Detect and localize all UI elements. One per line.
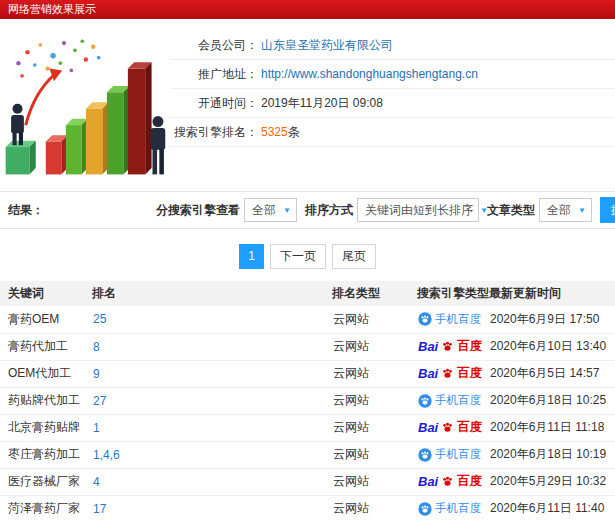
rank-link[interactable]: 1 [93,421,100,435]
rank-type-cell: 云网站 [332,387,417,414]
table-row: 枣庄膏药加工 1,4,6 云网站 手机百度 2020年6月18日 10:19 [0,441,615,468]
baidu-mobile-text: 手机百度 [435,312,481,327]
keyword-cell: 药贴牌代加工 [0,387,92,414]
table-row: 北京膏药贴牌 1 云网站 Bai 百度 2020年6月11日 11:18 [0,414,615,441]
baidu-mobile-icon [418,448,432,462]
baidu-logo: Bai 百度 [418,365,488,382]
rank-type-cell: 云网站 [332,495,417,520]
table-header-row: 关键词 排名 排名类型 搜索引擎类型 最新更新时间 [0,281,615,306]
engine-rank-unit: 条 [288,124,300,141]
table-row: OEM代加工 9 云网站 Bai 百度 2020年6月5日 14:57 [0,360,615,387]
update-time-cell: 2020年6月18日 10:25 [489,387,615,414]
page-number-current[interactable]: 1 [239,244,264,269]
baidu-latin-text: Bai [418,339,438,354]
baidu-mobile-logo: 手机百度 [418,501,488,516]
baidu-mobile-icon [418,312,432,326]
baidu-mobile-text: 手机百度 [435,501,481,516]
businessman-left [11,104,24,146]
article-type-select[interactable]: 全部 ▼ [539,198,592,222]
update-time-cell: 2020年6月11日 11:18 [489,414,615,441]
col-header-keyword: 关键词 [0,281,92,306]
rank-link[interactable]: 4 [93,475,100,489]
page-title: 网络营销效果展示 [8,3,96,15]
rank-link[interactable]: 17 [93,502,106,516]
baidu-logo: Bai 百度 [418,338,488,355]
keyword-cell: 北京膏药贴牌 [0,414,92,441]
company-row: 会员公司： 山东皇圣堂药业有限公司 [170,31,615,60]
baidu-latin-text: Bai [418,474,438,489]
promotion-url-label: 推广地址： [170,66,258,83]
engine-select[interactable]: 全部 ▼ [244,198,297,222]
update-time-cell: 2020年6月10日 13:40 [489,333,615,360]
table-row: 膏药代加工 8 云网站 Bai 百度 2020年6月10日 13:40 [0,333,615,360]
rank-link[interactable]: 25 [93,312,106,326]
rank-link[interactable]: 1,4,6 [93,448,120,462]
growth-chart-illustration [2,31,168,181]
update-time-cell: 2020年6月11日 11:40 [489,495,615,520]
table-row: 菏泽膏药厂家 17 云网站 手机百度 2020年6月11日 11:40 [0,495,615,520]
result-label: 结果： [8,202,148,219]
member-info-panel: 会员公司： 山东皇圣堂药业有限公司 推广地址： http://www.shand… [170,19,615,191]
baidu-paw-icon [441,340,454,353]
rank-type-cell: 云网站 [332,414,417,441]
col-header-rank-type: 排名类型 [332,281,417,306]
baidu-mobile-logo: 手机百度 [418,447,488,462]
col-header-updated: 最新更新时间 [489,281,615,306]
chevron-down-icon: ▼ [578,206,586,215]
promotion-url-link[interactable]: http://www.shandonghuangshengtang.cn [261,67,478,81]
company-link[interactable]: 山东皇圣堂药业有限公司 [261,37,393,54]
rank-type-cell: 云网站 [332,333,417,360]
sort-filter-label: 排序方式 [305,202,353,219]
sort-select[interactable]: 关键词由短到长排序 ▼ [357,198,479,222]
baidu-paw-icon [441,475,454,488]
update-time-cell: 2020年6月9日 17:50 [489,306,615,333]
keyword-cell: 枣庄膏药加工 [0,441,92,468]
green-cube [6,141,36,175]
baidu-mobile-icon [418,394,432,408]
col-header-rank: 排名 [92,281,332,306]
engine-rank-row: 搜索引擎排名： 5325 条 [170,118,615,147]
baidu-cn-text: 百度 [457,365,482,382]
engine-select-value: 全部 [252,202,276,219]
rank-type-cell: 云网站 [332,468,417,495]
info-section: 会员公司： 山东皇圣堂药业有限公司 推广地址： http://www.shand… [0,19,615,191]
rank-type-cell: 云网站 [332,306,417,333]
bar-green-1 [66,119,88,175]
keyword-cell: 膏药代加工 [0,333,92,360]
rank-type-cell: 云网站 [332,441,417,468]
rank-link[interactable]: 9 [93,367,100,381]
chevron-down-icon: ▼ [283,206,291,215]
submit-button[interactable]: 提交 [600,197,615,223]
baidu-logo: Bai 百度 [418,419,488,436]
marketing-illustration [0,19,170,191]
col-header-engine-type: 搜索引擎类型 [417,281,489,306]
pagination: 1 下一页 尾页 [0,244,615,269]
next-page-button[interactable]: 下一页 [270,244,326,269]
rank-link[interactable]: 8 [93,340,100,354]
baidu-cn-text: 百度 [457,473,482,490]
article-type-label: 文章类型 [487,202,535,219]
baidu-mobile-text: 手机百度 [435,393,481,408]
promotion-url-row: 推广地址： http://www.shandonghuangshengtang.… [170,60,615,89]
baidu-latin-text: Bai [418,420,438,435]
keyword-cell: 膏药OEM [0,306,92,333]
bar-maroon [128,62,152,174]
baidu-mobile-icon [418,502,432,516]
rank-link[interactable]: 27 [93,394,106,408]
last-page-button[interactable]: 尾页 [332,244,376,269]
keyword-cell: 医疗器械厂家 [0,468,92,495]
article-type-select-value: 全部 [547,202,571,219]
sort-select-value: 关键词由短到长排序 [365,202,473,219]
page-header: 网络营销效果展示 [0,0,615,19]
table-row: 医疗器械厂家 4 云网站 Bai 百度 2020年5月29日 10:32 [0,468,615,495]
keyword-cell: OEM代加工 [0,360,92,387]
update-time-cell: 2020年6月18日 10:19 [489,441,615,468]
baidu-paw-icon [441,421,454,434]
keyword-cell: 菏泽膏药厂家 [0,495,92,520]
baidu-paw-icon [441,367,454,380]
growth-arrow-icon [26,69,62,126]
engine-filter-label: 分搜索引擎查看 [156,202,240,219]
baidu-mobile-text: 手机百度 [435,447,481,462]
company-label: 会员公司： [170,37,258,54]
baidu-logo: Bai 百度 [418,473,488,490]
